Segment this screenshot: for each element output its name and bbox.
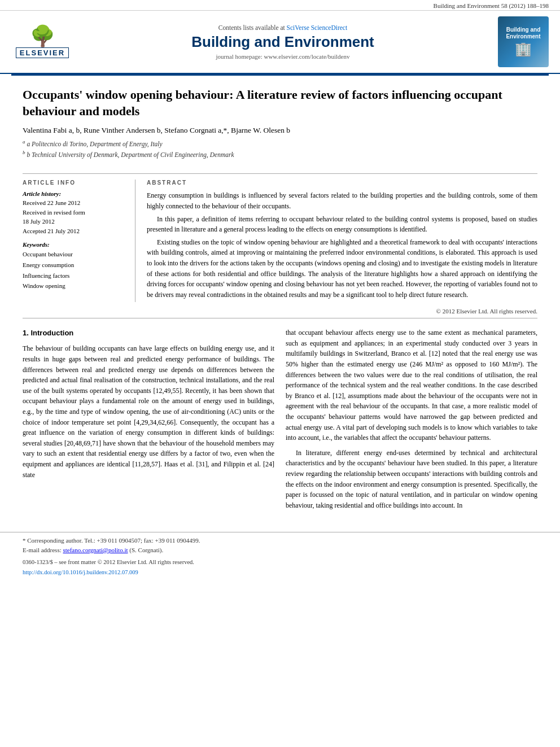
article-history: Article history: Received 22 June 2012 R… <box>23 190 126 235</box>
abstract-para-3: Existing studies on the topic of window … <box>147 237 537 300</box>
authors: Valentina Fabi a, b, Rune Vinther Anders… <box>23 126 537 135</box>
journal-badge: Building and Environment 🏢 <box>498 16 549 67</box>
affiliation-2: b b Technical University of Denmark, Dep… <box>23 149 537 160</box>
abstract-para-2: In this paper, a definition of items ref… <box>147 214 537 235</box>
keywords-group: Keywords: Occupant behaviour Energy cons… <box>23 241 126 291</box>
article-section: Occupants' window opening behaviour: A l… <box>0 76 560 168</box>
elsevier-tree-icon: 🌳 <box>30 26 55 46</box>
journal-ref: Building and Environment 58 (2012) 188–1… <box>434 2 549 9</box>
journal-badge-container: Building and Environment 🏢 <box>492 16 549 67</box>
keyword-3: Influencing factors <box>23 270 126 281</box>
divider-2 <box>23 318 537 318</box>
intro-para-2: that occupant behaviour affects energy u… <box>286 327 537 443</box>
keyword-1: Occupant behaviour <box>23 249 126 260</box>
affiliations: a a Politecnico di Torino, Department of… <box>23 138 537 160</box>
article-title: Occupants' window opening behaviour: A l… <box>23 87 537 119</box>
journal-header: 🌳 ELSEVIER Contents lists available at S… <box>0 11 560 74</box>
contents-line: Contents lists available at SciVerse Sci… <box>73 24 492 31</box>
history-label: Article history: <box>23 190 126 197</box>
keywords-label: Keywords: <box>23 241 126 248</box>
affiliation-1: a a Politecnico di Torino, Department of… <box>23 138 537 149</box>
copyright-line: © 2012 Elsevier Ltd. All rights reserved… <box>0 308 560 314</box>
corresponding-note: * Corresponding author. Tel.: +39 011 09… <box>23 536 537 554</box>
abstract-col: ABSTRACT Energy consumption in buildings… <box>147 180 537 302</box>
intro-para-3: In literature, different energy end-uses… <box>286 448 537 511</box>
article-info-col: ARTICLE INFO Article history: Received 2… <box>23 180 135 302</box>
badge-title: Building and Environment <box>500 27 546 40</box>
keyword-4: Window opening <box>23 281 126 291</box>
body-section: 1. Introduction The behaviour of buildin… <box>0 327 560 515</box>
sciverse-link[interactable]: SciVerse ScienceDirect <box>287 24 348 31</box>
accepted-date: Accepted 21 July 2012 <box>23 226 126 236</box>
article-info-label: ARTICLE INFO <box>23 180 126 186</box>
elsevier-logo: 🌳 ELSEVIER <box>11 26 73 58</box>
email-link[interactable]: stefano.corgnati@polito.it <box>63 547 128 553</box>
top-bar: Building and Environment 58 (2012) 188–1… <box>0 0 560 11</box>
body-col-right: that occupant behaviour affects energy u… <box>286 327 537 515</box>
revised-date: Received in revised form18 July 2012 <box>23 208 126 226</box>
badge-image-icon: 🏢 <box>515 41 532 57</box>
article-info-abstract: ARTICLE INFO Article history: Received 2… <box>0 180 560 302</box>
intro-para-1: The behaviour of building occupants can … <box>23 343 274 480</box>
journal-homepage: journal homepage: www.elsevier.com/locat… <box>73 53 492 60</box>
divider-1 <box>23 173 537 174</box>
doi-link[interactable]: http://dx.doi.org/10.1016/j.buildenv.201… <box>23 569 537 575</box>
footer: * Corresponding author. Tel.: +39 011 09… <box>0 532 560 581</box>
authors-text: Valentina Fabi a, b, Rune Vinther Anders… <box>23 126 290 134</box>
received-date: Received 22 June 2012 <box>23 198 126 208</box>
journal-title: Building and Environment <box>73 33 492 51</box>
keyword-2: Energy consumption <box>23 260 126 270</box>
issn-note: 0360-1323/$ – see front matter © 2012 El… <box>23 558 537 567</box>
email-label: E-mail address: <box>23 547 62 553</box>
abstract-para-1: Energy consumption in buildings is influ… <box>147 190 537 211</box>
abstract-label: ABSTRACT <box>147 180 537 186</box>
journal-center: Contents lists available at SciVerse Sci… <box>73 24 492 60</box>
body-col-left: 1. Introduction The behaviour of buildin… <box>23 327 274 515</box>
intro-heading: 1. Introduction <box>23 327 274 339</box>
abstract-text: Energy consumption in buildings is influ… <box>147 190 537 300</box>
keywords-list: Occupant behaviour Energy consumption In… <box>23 249 126 291</box>
elsevier-wordmark: ELSEVIER <box>16 47 69 58</box>
